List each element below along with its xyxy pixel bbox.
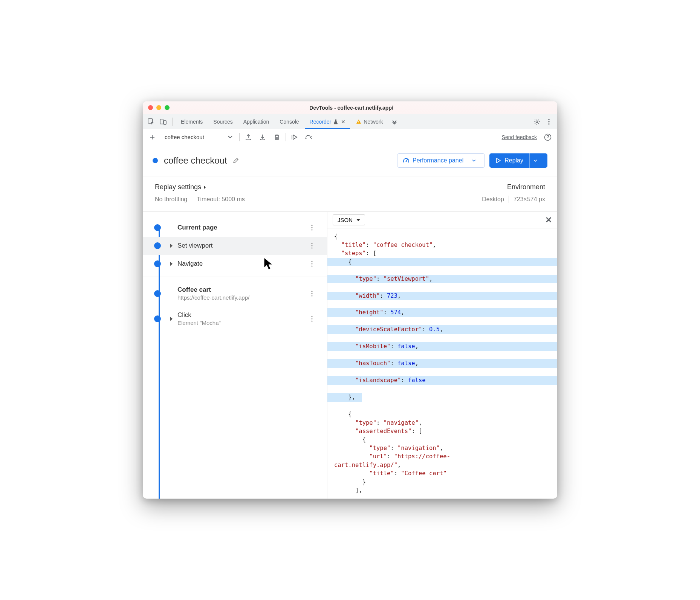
format-selector[interactable]: JSON: [333, 214, 365, 225]
tab-recorder[interactable]: Recorder ✕: [305, 114, 350, 129]
delete-button[interactable]: [271, 132, 283, 143]
tab-sources[interactable]: Sources: [209, 114, 237, 129]
export-button[interactable]: [243, 132, 254, 143]
svg-point-17: [311, 248, 312, 249]
devtools-window: DevTools - coffee-cart.netlify.app/ Elem…: [143, 101, 557, 499]
warning-icon: [356, 119, 361, 124]
label: Replay settings: [155, 183, 201, 191]
step-row[interactable]: Navigate: [143, 255, 327, 273]
separator: [239, 133, 240, 141]
step-dot: [154, 315, 161, 322]
step-row[interactable]: Set viewport: [143, 237, 327, 255]
button-label: Performance panel: [413, 157, 463, 164]
recording-header: coffee checkout Performance panel Replay: [143, 145, 557, 176]
inspect-element-icon[interactable]: [146, 116, 156, 127]
settings-row: Replay settings No throttling Timeout: 5…: [143, 176, 557, 212]
titlebar: DevTools - coffee-cart.netlify.app/: [143, 101, 557, 114]
tab-console[interactable]: Console: [275, 114, 303, 129]
step-row[interactable]: ClickElement "Mocha": [143, 306, 327, 331]
flask-icon: [333, 119, 338, 124]
step-kebab-menu[interactable]: [311, 225, 321, 231]
button-label: Replay: [504, 157, 523, 164]
replay-button[interactable]: Replay: [489, 153, 547, 168]
close-code-view-button[interactable]: ✕: [545, 215, 552, 225]
tab-label: Sources: [213, 119, 232, 125]
svg-point-14: [311, 230, 312, 231]
svg-point-16: [311, 245, 312, 246]
continue-button[interactable]: [289, 132, 300, 143]
step-button[interactable]: [303, 132, 315, 143]
svg-point-15: [311, 243, 312, 244]
edit-title-button[interactable]: [232, 157, 239, 164]
svg-rect-1: [160, 119, 163, 124]
step-title: Set viewport: [177, 242, 311, 249]
devtools-tabstrip: Elements Sources Application Console Rec…: [143, 114, 557, 129]
svg-point-26: [311, 320, 312, 321]
step-title: Click: [177, 311, 311, 319]
step-dot: [154, 242, 161, 249]
settings-gear-icon[interactable]: [532, 116, 542, 127]
step-content: Current page: [177, 224, 311, 231]
tab-application[interactable]: Application: [239, 114, 274, 129]
new-recording-button[interactable]: [147, 132, 158, 143]
svg-point-18: [311, 261, 312, 262]
step-content: Navigate: [177, 260, 311, 268]
recording-title: coffee checkout: [164, 155, 227, 166]
gauge-icon: [403, 157, 410, 164]
step-kebab-menu[interactable]: [311, 261, 321, 267]
step-title: Coffee cart: [177, 286, 311, 294]
env-device: Desktop: [482, 196, 504, 203]
label: Environment: [507, 183, 545, 191]
import-button[interactable]: [257, 132, 268, 143]
step-dot: [154, 290, 161, 297]
svg-point-9: [306, 138, 307, 139]
svg-rect-3: [358, 121, 359, 122]
svg-point-8: [548, 123, 549, 124]
help-icon[interactable]: [542, 132, 553, 143]
more-tabs-icon[interactable]: [389, 116, 400, 127]
body-split: Current pageSet viewportNavigateCoffee c…: [143, 212, 557, 499]
step-kebab-menu[interactable]: [311, 291, 321, 297]
code-header: JSON ✕: [327, 212, 557, 228]
step-content: Coffee carthttps://coffee-cart.netlify.a…: [177, 286, 311, 301]
replay-dropdown[interactable]: [529, 153, 541, 168]
tab-elements[interactable]: Elements: [176, 114, 207, 129]
device-toolbar-icon[interactable]: [158, 116, 168, 127]
step-content: Set viewport: [177, 242, 311, 249]
play-icon: [496, 158, 501, 163]
separator: [509, 196, 509, 203]
tab-label: Application: [243, 119, 269, 125]
separator: [192, 196, 192, 203]
window-title: DevTools - coffee-cart.netlify.app/: [151, 105, 552, 111]
performance-panel-button[interactable]: Performance panel: [397, 153, 485, 168]
chevron-right-icon: [170, 262, 174, 266]
close-tab-icon[interactable]: ✕: [341, 119, 345, 125]
send-feedback-link[interactable]: Send feedback: [502, 134, 537, 140]
step-row[interactable]: Current page: [143, 219, 327, 237]
step-kebab-menu[interactable]: [311, 243, 321, 249]
step-title: Navigate: [177, 260, 311, 268]
tab-label: Network: [364, 119, 383, 125]
performance-dropdown[interactable]: [468, 153, 479, 168]
svg-rect-2: [164, 121, 166, 124]
svg-point-22: [311, 293, 312, 294]
replay-settings-toggle[interactable]: Replay settings: [155, 183, 245, 191]
svg-point-21: [311, 291, 312, 292]
svg-point-24: [311, 316, 312, 317]
step-row[interactable]: Coffee carthttps://coffee-cart.netlify.a…: [143, 281, 327, 306]
svg-point-20: [311, 266, 312, 267]
svg-rect-4: [358, 122, 359, 123]
step-kebab-menu[interactable]: [311, 316, 321, 322]
step-dot: [154, 260, 161, 267]
svg-point-25: [311, 318, 312, 319]
svg-point-23: [311, 295, 312, 296]
svg-point-7: [548, 121, 549, 122]
triangle-down-icon: [356, 219, 360, 221]
svg-point-6: [548, 119, 549, 120]
kebab-menu-icon[interactable]: [544, 116, 554, 127]
format-label: JSON: [338, 217, 353, 223]
tab-label: Elements: [181, 119, 203, 125]
recording-selector[interactable]: coffee checkout: [161, 132, 236, 142]
tab-network[interactable]: Network: [352, 114, 387, 129]
code-body[interactable]: { "title": "coffee checkout", "steps": […: [327, 228, 557, 499]
